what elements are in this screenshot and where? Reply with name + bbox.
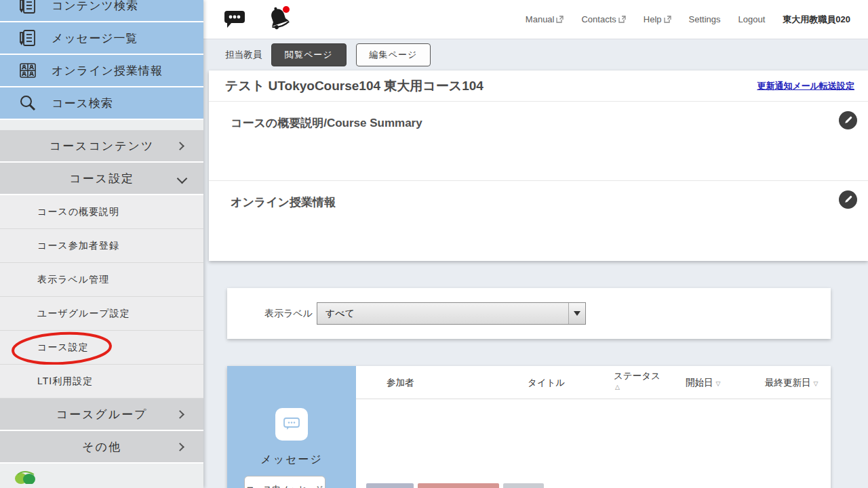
sidebar-subitem-course-settings[interactable]: コース設定 (0, 331, 203, 365)
contacts-link[interactable]: Contacts (581, 14, 625, 24)
link-label: Manual (526, 14, 555, 24)
sort-desc-icon[interactable]: ▽ (814, 380, 818, 387)
link-label: Help (644, 14, 662, 24)
course-message-button[interactable]: コース内メッセージ (244, 476, 326, 488)
link-label: Settings (689, 14, 721, 24)
message-icon-tile (275, 408, 308, 441)
sidebar-item-online-class-info[interactable]: オンライン授業情報 (0, 55, 203, 87)
sidebar-subitem-lti-settings[interactable]: LTI利用設定 (0, 365, 203, 399)
column-header-last-updated[interactable]: 最終更新日▽ (765, 377, 818, 389)
sidebar-item-message-list[interactable]: メッセージ一覧 (0, 22, 203, 55)
messages-bubble-icon[interactable] (222, 7, 247, 33)
logout-link[interactable]: Logout (738, 14, 766, 24)
view-page-tab[interactable]: 閲覧ページ (271, 43, 347, 66)
message-category-label: メッセージ (227, 453, 356, 467)
sort-desc-icon[interactable]: ▽ (716, 380, 721, 387)
clipped-row-artifact (366, 483, 590, 488)
notifications-bell-icon[interactable] (266, 5, 292, 35)
link-label: Contacts (581, 14, 616, 24)
edit-summary-button[interactable] (839, 111, 857, 129)
sidebar-item-label: コンテンツ検索 (52, 0, 138, 14)
external-link-icon (618, 16, 626, 23)
sidebar-section-course-group[interactable]: コースグループ (0, 399, 203, 431)
subitem-label: LTI利用設定 (37, 375, 93, 388)
subitem-label: コース参加者登録 (37, 240, 119, 252)
sidebar-subitem-display-label-management[interactable]: 表示ラベル管理 (0, 263, 203, 297)
sidebar-spacer (0, 120, 203, 130)
online-class-info-heading: オンライン授業情報 (231, 195, 868, 210)
help-link[interactable]: Help (644, 14, 671, 24)
sidebar-item-label: オンライン授業情報 (52, 63, 163, 79)
course-title: テスト UTokyoCourse104 東大用コース104 (225, 77, 484, 95)
course-title-row: テスト UTokyoCourse104 東大用コース104 更新通知メール転送設… (209, 70, 868, 102)
pencil-icon (843, 115, 853, 125)
page-tabbar: 担当教員 閲覧ページ 編集ページ (203, 39, 868, 70)
update-notification-mail-link[interactable]: 更新通知メール転送設定 (757, 80, 854, 92)
sidebar-subitem-course-summary[interactable]: コースの概要説明 (0, 195, 203, 229)
display-label-caption: 表示ラベル (264, 308, 313, 320)
sidebar-footer (0, 464, 203, 479)
link-label: Logout (738, 14, 766, 24)
sidebar-subitem-user-group-settings[interactable]: ユーザグループ設定 (0, 297, 203, 331)
sidebar-section-others[interactable]: その他 (0, 431, 203, 464)
chevron-right-icon (176, 443, 184, 451)
section-label: その他 (82, 439, 121, 455)
notification-dot (283, 6, 290, 13)
topbar-links: Manual Contacts Help Settings Logout 東大用… (526, 14, 868, 26)
chevron-right-icon (176, 410, 184, 419)
subitem-label: コースの概要説明 (37, 206, 119, 218)
course-summary-heading: コースの概要説明/Course Summary (231, 115, 868, 131)
selected-option: すべて (317, 308, 568, 320)
eco-leaf-logo (11, 469, 42, 484)
sidebar-item-label: コース検索 (52, 96, 113, 111)
pencil-icon (843, 195, 853, 205)
settings-link[interactable]: Settings (689, 14, 721, 24)
sort-asc-icon[interactable]: △ (615, 382, 660, 392)
table-header-divider (356, 399, 831, 399)
search-icon (18, 93, 38, 113)
section-label: コースグループ (56, 407, 148, 422)
document-list-icon (18, 0, 38, 16)
course-panel: テスト UTokyoCourse104 東大用コース104 更新通知メール転送設… (209, 70, 868, 261)
column-header-start-date[interactable]: 開始日▽ (686, 377, 720, 389)
main-area: Manual Contacts Help Settings Logout 東大用… (203, 0, 868, 488)
message-category-cell: メッセージ コース内メッセージ (227, 366, 356, 488)
chat-bubble-icon (282, 415, 301, 433)
chevron-right-icon (176, 142, 184, 150)
sidebar-item-course-search[interactable]: コース検索 (0, 87, 203, 120)
current-username: 東大用教職員020 (783, 14, 850, 26)
sidebar-item-label: メッセージ一覧 (52, 30, 138, 46)
chevron-down-icon (177, 174, 188, 184)
header-label: 最終更新日 (765, 378, 811, 388)
sidebar: コンテンツ検索 メッセージ一覧 オンライン授業情報 コース検索 コースコンテンツ… (0, 0, 203, 488)
manual-link[interactable]: Manual (526, 14, 564, 24)
column-header-participants[interactable]: 参加者 (387, 377, 414, 389)
caret-down-icon (574, 311, 580, 316)
subitem-label: 表示ラベル管理 (37, 274, 109, 286)
edit-page-tab[interactable]: 編集ページ (356, 43, 431, 66)
participants-grid-icon (18, 60, 38, 81)
edit-online-info-button[interactable] (839, 190, 857, 209)
message-table-panel: メッセージ コース内メッセージ 参加者 タイトル ステータス △ 開始日▽ 最終… (227, 366, 831, 488)
sidebar-section-course-contents[interactable]: コースコンテンツ (0, 130, 203, 163)
sidebar-subitem-participant-registration[interactable]: コース参加者登録 (0, 229, 203, 263)
subitem-label: ユーザグループ設定 (37, 308, 130, 320)
header-label: 開始日 (686, 378, 713, 388)
topbar-icons (203, 5, 292, 35)
document-list-icon (18, 28, 38, 48)
display-label-filter-panel: 表示ラベル すべて (227, 288, 831, 339)
external-link-icon (664, 16, 671, 23)
column-header-title[interactable]: タイトル (528, 377, 565, 389)
subitem-label: コース設定 (37, 342, 89, 354)
header-label: ステータス (614, 371, 660, 381)
role-label: 担当教員 (225, 49, 262, 61)
sidebar-item-content-search[interactable]: コンテンツ検索 (0, 0, 203, 22)
online-class-info-section: オンライン授業情報 (209, 181, 868, 260)
column-header-status[interactable]: ステータス △ (614, 371, 660, 392)
section-label: コースコンテンツ (50, 138, 155, 154)
course-summary-section: コースの概要説明/Course Summary (209, 102, 868, 181)
select-dropdown-button[interactable] (568, 303, 585, 324)
topbar: Manual Contacts Help Settings Logout 東大用… (203, 0, 868, 39)
display-label-select[interactable]: すべて (317, 302, 586, 325)
sidebar-section-course-settings[interactable]: コース設定 (0, 163, 203, 195)
